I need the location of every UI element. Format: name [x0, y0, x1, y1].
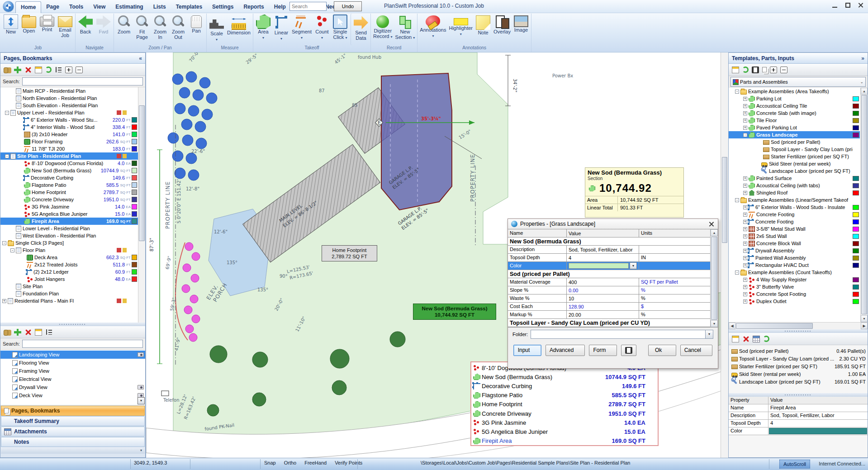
ribbon-button[interactable]: New [2, 14, 20, 45]
view-item[interactable]: Framing View [0, 367, 145, 375]
tree-item[interactable]: - Single Click [3 Pages] [0, 239, 138, 247]
property-value[interactable]: Sod, Topsoil, Fertilizer, Labor [768, 412, 868, 419]
ribbon-button[interactable]: Scale ▾ [208, 14, 226, 45]
tree-item[interactable]: Sod (priced per Pallet) [729, 138, 860, 146]
legend-row[interactable]: Firepit Area 169.0 SQ FT [473, 437, 656, 446]
toolbar-icon[interactable] [732, 336, 739, 342]
scroll-up-icon[interactable]: ▴ [861, 88, 868, 95]
expander-icon[interactable]: + [743, 205, 747, 209]
toolbar-icon[interactable] [770, 66, 777, 73]
property-grid-row[interactable]: Description Sod, Topsoil, Fertilizer, La… [729, 412, 868, 420]
camera-icon[interactable] [138, 352, 144, 357]
tree-item[interactable]: Flagstone Patio 585.5 SQ FT [0, 181, 138, 189]
menu-tab[interactable]: Lists [148, 1, 171, 13]
dialog-property-row[interactable]: Markup % 20.00 % [508, 311, 710, 319]
tree-item[interactable]: 3G Pink Jasmine 14.0 EA [0, 203, 138, 210]
tree-item[interactable]: - Grass Landscape [729, 131, 860, 138]
color-chip[interactable] [853, 292, 859, 297]
tree-item[interactable]: - Site Plan - Residential Plan [0, 152, 138, 160]
dialog-property-row[interactable]: Material Coverage 400 SQ FT per Pallet [508, 278, 710, 286]
expander-icon[interactable]: - [735, 198, 739, 202]
expander-icon[interactable]: - [2, 241, 6, 245]
maximize-button[interactable] [844, 2, 851, 8]
toolbar-icon[interactable] [65, 66, 72, 73]
legend-row[interactable]: 3G Pink Jasmine 14.0 EA [473, 418, 656, 427]
menu-tab[interactable]: Settings [207, 1, 238, 13]
tree-item[interactable]: + 3" Butterfly Valve [729, 283, 860, 290]
color-chip[interactable] [132, 218, 137, 224]
ribbon-button[interactable]: NewSection ▾ [394, 14, 417, 45]
expander-icon[interactable]: + [743, 285, 747, 289]
tree-item[interactable]: Main RCP - Residential Plan [0, 87, 138, 95]
ribbon-button[interactable]: Image [512, 14, 530, 45]
ribbon-button[interactable]: ZoomIn [151, 14, 169, 45]
menu-tab[interactable]: Estimating [110, 1, 148, 13]
tree-item[interactable]: Starter Fertilizer (priced per SQ FT) [729, 153, 860, 160]
expander-icon[interactable]: + [743, 97, 747, 101]
property-value[interactable]: 10 [567, 294, 639, 302]
new-sod-label[interactable]: New Sod (Bermuda Grass)10,744.92 SQ FT [413, 304, 496, 320]
toolbar-icon[interactable] [763, 336, 769, 342]
color-chip[interactable] [132, 117, 137, 123]
tree-item[interactable]: + Concrete Spot Footing [729, 290, 860, 298]
folder-combobox[interactable]: ▾ [531, 330, 713, 339]
property-value[interactable]: 0.00 [567, 286, 639, 294]
legend-row[interactable]: Home Footprint 2789.7 SQ FT [473, 400, 656, 409]
part-row[interactable]: Sod (priced per Pallet) 0.46 Pallet(s) [729, 347, 868, 355]
ribbon-button[interactable]: DigitizerRecord ▾ [372, 14, 394, 45]
dialog-scrollbar[interactable]: ▴ ▾ [710, 229, 718, 327]
tree-item[interactable]: - Example Assemblies (Count Takeoffs) [729, 269, 860, 276]
dialog-property-row[interactable]: New Sod (Bermuda Grass) [508, 237, 710, 246]
tree-item[interactable]: North Elevation - Residential Plan [0, 95, 138, 102]
tree-item[interactable]: + 3-5/8" Metal Stud Wall [729, 225, 860, 233]
pages-tree-scrollbar[interactable] [138, 87, 145, 323]
dialog-property-row[interactable]: Waste % 10 % [508, 294, 710, 303]
menu-tab[interactable]: Reports [238, 1, 269, 13]
tree-item[interactable]: Site Plan [0, 283, 138, 290]
tree-item[interactable]: + Painted Surface [729, 175, 860, 182]
tree-item[interactable]: + Tile Floor [729, 117, 860, 124]
tree-item[interactable]: South Elevation - Residential Plan [0, 102, 138, 109]
tree-item[interactable]: Firepit Area 169.0 SQ FT [0, 218, 138, 225]
toolbar-icon[interactable] [742, 66, 749, 73]
toolbar-icon[interactable] [14, 329, 21, 336]
property-value[interactable]: 128.90 [567, 303, 639, 310]
tree-item[interactable]: New Sod (Bermuda Grass) 10744.9 SQ FT [0, 167, 138, 174]
toolbar-icon[interactable] [55, 66, 62, 73]
collapse-panel-icon[interactable]: « [139, 55, 142, 62]
expander-icon[interactable]: - [10, 248, 14, 252]
color-chip[interactable] [132, 269, 137, 275]
tree-item[interactable]: + Duplex Outlet [729, 298, 860, 305]
tree-item[interactable]: Floor Framing 262.6 SQ FT [0, 138, 138, 145]
color-chip[interactable] [132, 190, 137, 195]
tree-item[interactable]: (3) 2x10 Header 141.0 FT [0, 131, 138, 138]
tree-item[interactable]: + Parking Lot [729, 95, 860, 102]
part-row[interactable]: Landscape Labor (priced per SQ FT) 169.0… [729, 378, 868, 385]
tree-item[interactable]: - Example Assemblies (Area Takeoffs) [729, 88, 860, 95]
property-value[interactable]: 20.00 [567, 311, 639, 318]
color-chip[interactable] [853, 125, 859, 130]
dialog-button[interactable]: Ok [648, 345, 676, 356]
toolbar-icon[interactable] [24, 66, 32, 73]
part-row[interactable]: Starter Fertilizer (priced per SQ FT) 18… [729, 362, 868, 370]
home-footprint-label[interactable]: Home Footprint2,789.72 SQ FT [322, 245, 377, 261]
part-row[interactable]: Topsoil Layer - Sandy Clay Loam (priced … [729, 355, 868, 362]
ribbon-button[interactable]: Back [76, 14, 95, 45]
view-item[interactable]: Electrical View [0, 375, 145, 383]
color-chip[interactable] [853, 118, 859, 123]
close-button[interactable] [858, 2, 864, 8]
expander-icon[interactable]: - [735, 90, 739, 94]
tree-item[interactable]: + Rectangular HVAC Duct [729, 261, 860, 269]
expander-icon[interactable]: + [743, 220, 747, 224]
tree-item[interactable]: + 2x6 Stud Wall [729, 233, 860, 240]
dialog-property-row[interactable]: Topsoil Layer - Sandy Clay Loam (priced … [508, 319, 710, 327]
mode-toggle[interactable]: Snap [264, 460, 276, 465]
property-value[interactable] [768, 427, 868, 435]
combo-dropdown-icon[interactable]: ⌄ [860, 80, 863, 84]
ribbon-button[interactable]: SendData [351, 14, 370, 45]
tree-item[interactable]: 4" Interior Walls - Wood Stud 338.4 FT [0, 123, 138, 131]
color-chip[interactable] [132, 211, 137, 217]
toolbar-icon[interactable] [24, 329, 32, 336]
color-chip[interactable] [853, 263, 859, 268]
dialog-property-row[interactable]: Description Sod, Topsoil, Fertilizer, La… [508, 246, 710, 254]
